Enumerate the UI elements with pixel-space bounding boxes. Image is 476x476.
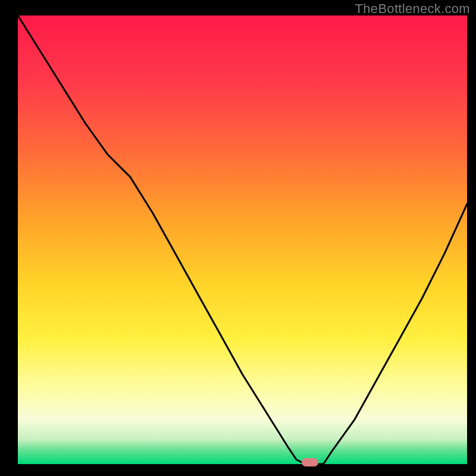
- chart-frame: TheBottleneck.com: [0, 0, 476, 476]
- plot-area: [18, 15, 467, 464]
- gradient-background: [18, 15, 467, 464]
- optimal-marker: [302, 458, 318, 466]
- watermark-text: TheBottleneck.com: [355, 1, 470, 17]
- bottleneck-chart: [18, 15, 467, 464]
